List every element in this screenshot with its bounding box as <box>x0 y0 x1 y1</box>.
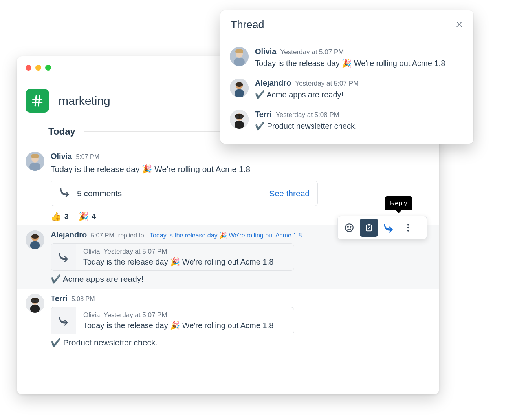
message-text: ✔️ Product newsletter check. <box>255 121 464 132</box>
message-author[interactable]: Alejandro <box>51 230 87 239</box>
party-popper-icon: 🎉 <box>170 257 180 267</box>
window-zoom-dot[interactable] <box>45 65 51 71</box>
svg-rect-13 <box>30 305 40 313</box>
svg-rect-32 <box>235 89 244 97</box>
message-text: ✔️ Acme apps are ready! <box>255 89 464 100</box>
message-author[interactable]: Alejandro <box>255 79 291 88</box>
window-close-dot[interactable] <box>26 65 31 71</box>
avatar[interactable] <box>26 230 44 249</box>
avatar[interactable] <box>26 152 44 171</box>
message-item: Olivia 5:07 PM Today is the release day … <box>17 146 439 225</box>
message-author[interactable]: Olivia <box>255 47 276 56</box>
quote-meta: Olivia, Yesterday at 5:07 PM <box>83 248 273 256</box>
message-text: ✔️ Product newsletter check. <box>51 337 431 349</box>
message-time: Yesterday at 5:07 PM <box>280 48 344 56</box>
message-time: Yesterday at 5:07 PM <box>295 80 359 88</box>
see-thread-link[interactable]: See thread <box>269 189 310 198</box>
window-minimize-dot[interactable] <box>35 65 41 71</box>
reaction-party[interactable]: 🎉 4 <box>78 212 96 222</box>
svg-point-15 <box>35 299 38 303</box>
svg-point-22 <box>407 227 409 228</box>
avatar[interactable] <box>230 47 249 66</box>
svg-point-23 <box>407 230 409 231</box>
svg-rect-10 <box>30 241 40 249</box>
channel-name[interactable]: marketing <box>59 94 110 108</box>
check-icon: ✔️ <box>51 337 61 349</box>
thread-title: Thread <box>231 19 264 31</box>
svg-point-14 <box>31 299 35 303</box>
message-list: Olivia 5:07 PM Today is the release day … <box>17 146 439 394</box>
message-text: Today is the release day 🎉 We're rolling… <box>255 58 464 69</box>
message-author[interactable]: Terri <box>51 294 68 303</box>
svg-point-16 <box>345 224 353 232</box>
reaction-thumbs-up[interactable]: 👍 3 <box>51 212 69 222</box>
thread-message: Terri Yesterday at 5:08 PM ✔️ Product ne… <box>220 105 473 137</box>
thumbs-up-icon: 👍 <box>51 212 61 222</box>
reply-arrow-icon <box>51 244 76 270</box>
quote-text: Today is the release day 🎉 We're rolling… <box>83 321 273 330</box>
quoted-message[interactable]: Olivia, Yesterday at 5:07 PM Today is th… <box>51 307 294 334</box>
reply-tooltip: Reply <box>385 196 412 210</box>
svg-point-18 <box>350 226 351 227</box>
party-popper-icon: 🎉 <box>78 212 89 222</box>
quoted-message[interactable]: Olivia, Yesterday at 5:07 PM Today is th… <box>51 243 294 271</box>
check-icon: ✔️ <box>51 273 61 285</box>
message-item: Terri 5:08 PM Olivia, Yesterday at 5:07 … <box>17 289 439 352</box>
svg-point-21 <box>407 224 409 225</box>
avatar[interactable] <box>230 79 249 97</box>
thread-message: Olivia Yesterday at 5:07 PM Today is the… <box>220 42 473 74</box>
reaction-count: 3 <box>64 212 69 221</box>
reply-arrow-icon <box>59 186 71 200</box>
svg-rect-20 <box>368 224 370 226</box>
reply-button[interactable] <box>380 219 398 237</box>
party-popper-icon: 🎉 <box>170 321 180 330</box>
svg-rect-29 <box>235 49 243 53</box>
thread-summary[interactable]: 5 comments See thread <box>51 181 318 206</box>
reaction-count: 4 <box>92 212 96 221</box>
party-popper-icon: 🎉 <box>342 58 352 69</box>
window-traffic-lights <box>26 65 51 71</box>
create-task-button[interactable] <box>360 219 378 237</box>
avatar[interactable] <box>230 110 249 129</box>
message-text: ✔️ Acme apps are ready! <box>51 273 431 285</box>
replied-to-label: replied to: <box>118 232 146 239</box>
check-icon: ✔️ <box>255 121 265 132</box>
message-text: Today is the release day 🎉 We're rolling… <box>51 163 431 175</box>
thread-message: Alejandro Yesterday at 5:07 PM ✔️ Acme a… <box>220 74 473 105</box>
hash-icon <box>26 89 49 113</box>
svg-point-17 <box>348 226 348 227</box>
message-time: Yesterday at 5:08 PM <box>276 111 339 119</box>
avatar[interactable] <box>26 294 44 313</box>
quote-text: Today is the release day 🎉 We're rolling… <box>83 257 273 267</box>
replied-to-link[interactable]: Today is the release day 🎉 We're rolling… <box>150 232 302 239</box>
svg-rect-28 <box>234 58 245 66</box>
thread-count-label: 5 comments <box>77 189 122 198</box>
party-popper-icon: 🎉 <box>142 163 152 175</box>
party-popper-icon: 🎉 <box>219 232 227 239</box>
message-time: 5:07 PM <box>91 232 114 239</box>
check-icon: ✔️ <box>255 89 265 100</box>
reply-arrow-icon <box>51 307 76 334</box>
close-button[interactable] <box>455 20 463 30</box>
svg-line-3 <box>38 96 40 106</box>
svg-rect-35 <box>235 121 244 129</box>
message-author[interactable]: Olivia <box>51 152 72 161</box>
thread-popover: Thread Olivia Yesterday at 5:07 PM Today… <box>220 10 473 144</box>
quote-meta: Olivia, Yesterday at 5:07 PM <box>83 311 273 319</box>
message-time: 5:07 PM <box>76 153 99 161</box>
svg-point-37 <box>240 115 243 119</box>
svg-line-2 <box>35 96 36 106</box>
add-reaction-button[interactable] <box>340 219 358 237</box>
more-actions-button[interactable] <box>399 219 417 237</box>
message-action-bar: Reply <box>337 216 427 239</box>
svg-rect-6 <box>29 163 40 171</box>
svg-point-36 <box>236 115 239 119</box>
day-divider-label: Today <box>26 126 84 137</box>
message-author[interactable]: Terri <box>255 110 272 119</box>
message-time: 5:08 PM <box>72 296 95 303</box>
svg-rect-7 <box>31 154 39 158</box>
